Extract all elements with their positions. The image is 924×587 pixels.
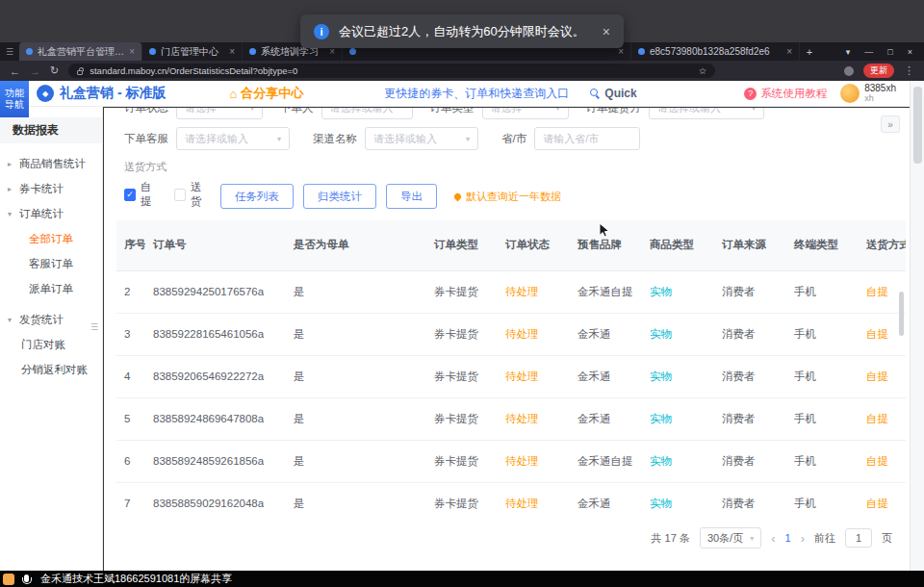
tutorial-link[interactable]: ? 系统使用教程 bbox=[744, 87, 827, 101]
prev-page-icon[interactable]: ‹ bbox=[771, 531, 775, 546]
cell-goods-type: 实物 bbox=[642, 440, 714, 482]
delivery-method-filter: 送货方式 ✓ 自提 送货 bbox=[124, 160, 211, 209]
cell-goods-type: 实物 bbox=[642, 397, 714, 440]
page-scrollbar-thumb[interactable] bbox=[913, 87, 922, 164]
back-icon[interactable]: ← bbox=[10, 65, 20, 77]
current-page[interactable]: 1 bbox=[785, 532, 791, 544]
order-picker-select[interactable]: 请选择或输入 ▾ bbox=[649, 108, 764, 119]
filter-collapse-button[interactable]: » bbox=[881, 115, 900, 133]
checkbox-pickup[interactable]: ✓ 自提 bbox=[124, 180, 161, 209]
maximize-icon[interactable]: □ bbox=[887, 47, 892, 57]
page-scrollbar[interactable] bbox=[910, 81, 924, 571]
reload-icon[interactable]: ↻ bbox=[50, 64, 59, 77]
window-controls: ▾ — □ × bbox=[834, 42, 924, 61]
cell-is-parent: 是 bbox=[286, 482, 426, 514]
new-tab-button[interactable]: + bbox=[800, 42, 819, 61]
order-type-select[interactable]: 请选择 ▾ bbox=[482, 108, 569, 119]
tab-close-icon[interactable]: × bbox=[786, 46, 792, 57]
province-city-input[interactable] bbox=[534, 127, 640, 150]
cs-agent-select[interactable]: 请选择或输入 ▾ bbox=[176, 127, 290, 150]
table-scrollbar-thumb[interactable] bbox=[899, 292, 904, 336]
checkbox-unchecked-icon[interactable] bbox=[174, 189, 186, 201]
sidebar-item-voucher-stats[interactable]: ▸ 券卡统计 bbox=[0, 176, 102, 201]
column-header: 订单来源 bbox=[714, 220, 786, 270]
table-row[interactable]: 4 83859206546922272a 是 券卡提货 待处理 金禾通 实物 消… bbox=[116, 355, 906, 397]
sidebar-item-shipping-stats[interactable]: ▾ 发货统计 bbox=[0, 307, 102, 332]
cell-order-type: 券卡提货 bbox=[426, 440, 498, 482]
toolbar: 送货方式 ✓ 自提 送货 任务列表 归类统计 导出 默认查询近一年数据 bbox=[124, 160, 910, 209]
browser-update-button[interactable]: 更新 bbox=[863, 64, 894, 78]
toast-close-icon[interactable]: × bbox=[603, 24, 610, 39]
filter-label: 下单客服 bbox=[124, 132, 168, 146]
user-menu[interactable]: 8385xh xh bbox=[840, 84, 896, 103]
browser-tab-2[interactable]: 门店管理中心 × bbox=[142, 42, 243, 61]
table-row[interactable]: 6 83858924859261856a 是 券卡提货 待处理 金禾通自提 实物… bbox=[116, 440, 906, 482]
sidebar-item-dispatch-orders[interactable]: 派单订单 bbox=[0, 276, 102, 301]
filter-label: 渠道名称 bbox=[313, 132, 357, 146]
checkbox-checked-icon[interactable]: ✓ bbox=[124, 189, 136, 201]
sidebar-item-product-sales[interactable]: ▸ 商品销售统计 bbox=[0, 151, 102, 176]
select-placeholder: 请选择 bbox=[185, 108, 217, 115]
browser-tab-1[interactable]: 礼盒营销平台管理中心 × bbox=[19, 42, 142, 61]
channel-select[interactable]: 请选择或输入 ▾ bbox=[365, 127, 478, 150]
sidebar-item-cs-orders[interactable]: 客服订单 bbox=[0, 251, 102, 276]
filter-province-city: 省/市 bbox=[501, 127, 640, 150]
microphone-icon[interactable] bbox=[24, 574, 29, 582]
pagination: 共 17 条 30条/页 ▾ ‹ 1 › 前往 页 bbox=[104, 527, 892, 549]
sidebar-item-rebate-reconciliation[interactable]: 分销返利对账 bbox=[0, 357, 102, 382]
table-row[interactable]: 7 83858859029162048a 是 券卡提货 待处理 金禾通 实物 消… bbox=[116, 482, 906, 514]
function-nav-line2: 导航 bbox=[5, 99, 24, 112]
checkbox-delivery[interactable]: 送货 bbox=[174, 180, 211, 209]
window-close-icon[interactable]: × bbox=[908, 47, 912, 57]
next-page-icon[interactable]: › bbox=[801, 531, 805, 546]
table-row[interactable]: 5 83858924869647808a 是 券卡提货 待处理 金禾通 实物 消… bbox=[116, 397, 906, 440]
avatar bbox=[840, 84, 860, 103]
sidebar-collapse-icon[interactable]: ☰ bbox=[90, 322, 98, 332]
cell-brand: 金禾通 bbox=[570, 355, 642, 397]
cell-brand: 金禾通 bbox=[570, 482, 642, 514]
tab-overview-icon[interactable]: ☰ bbox=[0, 42, 19, 61]
app-logo-icon: ◆ bbox=[37, 85, 54, 102]
order-status-select[interactable]: 请选择 ▾ bbox=[176, 108, 263, 119]
tab-list-icon[interactable]: ▾ bbox=[846, 47, 851, 57]
sidebar-item-label: 券卡统计 bbox=[19, 182, 64, 196]
cell-goods-type: 实物 bbox=[642, 313, 714, 355]
sidebar-item-order-stats[interactable]: ▾ 订单统计 bbox=[0, 201, 102, 226]
sidebar: 数据报表 ▸ 商品销售统计 ▸ 券卡统计 ▾ 订单统计 全部订单 客服订单 派单… bbox=[0, 107, 103, 571]
browser-menu-icon[interactable]: ⋮ bbox=[904, 64, 914, 77]
cell-order-no: 83859294250176576a bbox=[145, 270, 286, 313]
orderer-input[interactable] bbox=[321, 108, 413, 119]
sidebar-item-label: 派单订单 bbox=[29, 282, 73, 296]
browser-tab-5[interactable]: e8c573980b1328a258fd2e6 × bbox=[631, 42, 800, 61]
url-text[interactable]: standard.maboy.cn/OrderStatisticsDetail?… bbox=[90, 65, 691, 76]
cell-order-status: 待处理 bbox=[498, 270, 570, 313]
page-size-select[interactable]: 30条/页 ▾ bbox=[700, 527, 761, 549]
select-placeholder: 请选择或输入 bbox=[657, 108, 721, 115]
minimize-icon[interactable]: — bbox=[864, 47, 873, 57]
sidebar-item-store-reconciliation[interactable]: 门店对账 bbox=[0, 332, 102, 357]
table-row[interactable]: 2 83859294250176576a 是 券卡提货 待处理 金禾通自提 实物… bbox=[116, 270, 906, 313]
sidebar-item-all-orders[interactable]: 全部订单 bbox=[0, 226, 102, 251]
forward-icon[interactable]: → bbox=[30, 65, 40, 77]
site-info-lock-icon[interactable] bbox=[77, 70, 83, 75]
goto-page-input[interactable] bbox=[845, 528, 872, 548]
category-stats-button[interactable]: 归类统计 bbox=[303, 184, 376, 209]
share-center-link[interactable]: ⌂ 合分享中心 bbox=[229, 85, 303, 102]
column-header: 是否为母单 bbox=[286, 220, 426, 270]
tab-close-icon[interactable]: × bbox=[229, 46, 235, 57]
filter-order-type: 订单类型 请选择 ▾ bbox=[430, 108, 569, 119]
quick-search[interactable]: Quick bbox=[590, 87, 636, 100]
table-row[interactable]: 3 83859228165461056a 是 券卡提货 待处理 金禾通 实物 消… bbox=[116, 313, 906, 355]
url-box[interactable]: standard.maboy.cn/OrderStatisticsDetail?… bbox=[68, 64, 715, 78]
filter-cs-agent: 下单客服 请选择或输入 ▾ bbox=[124, 127, 290, 150]
export-button[interactable]: 导出 bbox=[386, 184, 437, 209]
cell-seq: 2 bbox=[116, 270, 145, 313]
tab-close-icon[interactable]: × bbox=[129, 46, 135, 57]
tab-favicon bbox=[26, 48, 33, 55]
function-nav-tab[interactable]: 功能 导航 bbox=[0, 81, 29, 117]
task-list-button[interactable]: 任务列表 bbox=[220, 184, 294, 209]
bookmark-star-icon[interactable]: ☆ bbox=[699, 65, 707, 76]
profile-icon[interactable] bbox=[844, 66, 854, 76]
caret-right-icon: ▸ bbox=[8, 160, 15, 168]
quick-entry-link[interactable]: 更快捷的券卡、订单和快递查询入口 bbox=[384, 86, 569, 102]
